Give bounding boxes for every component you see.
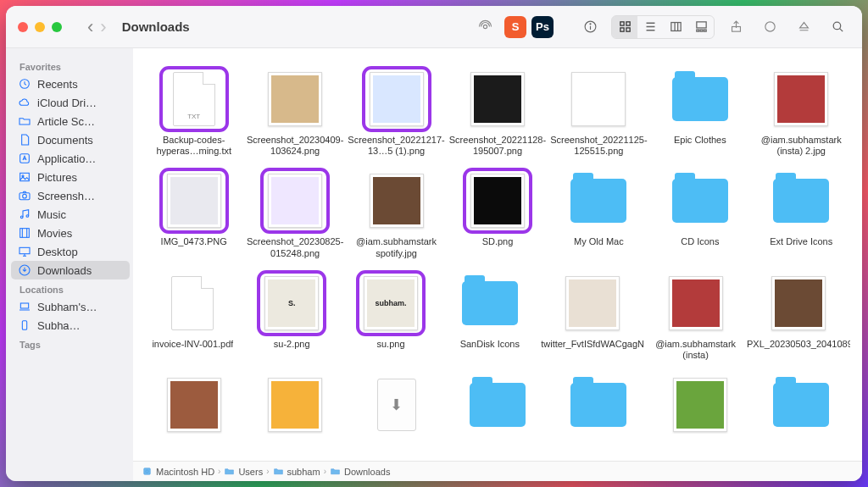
app-badge[interactable]: Ps	[531, 16, 554, 38]
file-item[interactable]	[649, 369, 750, 449]
file-label: SD.png	[482, 236, 514, 247]
archive-icon: ⬇	[377, 379, 416, 431]
path-segment[interactable]: subham	[273, 466, 320, 477]
svg-rect-6	[620, 28, 623, 31]
image-thumbnail	[370, 72, 424, 126]
file-item[interactable]: IMG_0473.PNG	[143, 165, 244, 267]
back-button[interactable]: ‹	[87, 18, 93, 36]
chevron-right-icon: ›	[218, 467, 220, 476]
file-item[interactable]: ⬇	[346, 369, 447, 449]
file-item[interactable]: My Old Mac	[548, 165, 649, 267]
file-item[interactable]: @iam.subhamstark (insta)	[646, 268, 745, 369]
path-segment[interactable]: Users	[224, 466, 263, 477]
sidebar-item-documents[interactable]: Documents	[11, 130, 130, 149]
sidebar-item-icloud-dri-[interactable]: iCloud Dri…	[11, 93, 130, 112]
svg-rect-16	[700, 30, 703, 31]
sidebar-item-label: Subha…	[37, 319, 81, 332]
sidebar-item-downloads[interactable]: Downloads	[11, 261, 130, 279]
app-badge[interactable]: S	[504, 16, 526, 38]
svg-rect-25	[20, 173, 30, 180]
sidebar-item-label: Applicatio…	[37, 152, 96, 165]
column-view-button[interactable]	[663, 16, 688, 38]
file-item[interactable]: CD Icons	[649, 165, 750, 267]
search-icon[interactable]	[825, 16, 850, 38]
file-label: Epic Clothes	[674, 135, 726, 146]
minimize-window-button[interactable]	[35, 22, 45, 32]
file-label: su.png	[376, 339, 404, 350]
icon-view-button[interactable]	[612, 16, 637, 38]
sidebar-item-applicatio-[interactable]: Applicatio…	[11, 149, 130, 168]
sidebar-item-music[interactable]: Music	[11, 205, 130, 224]
file-item[interactable]: SD.png	[447, 165, 548, 267]
file-item[interactable]: PXL_20230503_204108900.jpg	[745, 268, 852, 369]
image-thumbnail	[268, 378, 322, 432]
list-view-button[interactable]	[637, 16, 663, 38]
sidebar-item-movies[interactable]: Movies	[11, 224, 130, 242]
file-item[interactable]: S.su-2.png	[242, 268, 342, 369]
share-icon[interactable]	[723, 16, 748, 38]
file-item[interactable]: @iam.subhamstark (insta) 2.jpg	[751, 64, 852, 165]
sidebar-item-screensh-[interactable]: Screensh…	[11, 186, 130, 205]
image-thumbnail	[167, 378, 221, 432]
file-label: @iam.subhamstark spotify.jpg	[348, 236, 445, 258]
file-item[interactable]: invoice-INV-001.pdf	[143, 268, 242, 369]
file-item[interactable]: twitter_FvtISfdWACgagNI.jpg	[539, 268, 646, 369]
folder-icon	[773, 179, 829, 223]
file-item[interactable]: subham.su.png	[342, 268, 441, 369]
file-item[interactable]: Screenshot_20230409-103624.png	[244, 64, 345, 165]
forward-button[interactable]: ›	[100, 18, 106, 36]
gallery-view-button[interactable]	[688, 16, 714, 38]
svg-point-3	[589, 24, 590, 25]
sidebar-item-subham-s-[interactable]: Subham's…	[11, 297, 130, 316]
tags-icon[interactable]	[757, 16, 782, 38]
svg-rect-38	[20, 303, 28, 308]
file-item[interactable]: Epic Clothes	[649, 64, 750, 165]
airdrop-icon[interactable]	[472, 16, 498, 38]
file-label: Screenshot_20221128-195007.png	[448, 135, 546, 157]
file-item[interactable]: @iam.subhamstark spotify.jpg	[346, 165, 447, 267]
sidebar-item-desktop[interactable]: Desktop	[11, 242, 130, 261]
svg-rect-11	[670, 23, 680, 31]
sidebar-item-article-sc-[interactable]: Article Sc…	[11, 112, 130, 130]
file-item[interactable]	[751, 369, 852, 449]
zoom-window-button[interactable]	[52, 22, 62, 32]
sidebar-item-label: Pictures	[37, 171, 77, 184]
sidebar-item-label: Screensh…	[37, 190, 95, 202]
file-item[interactable]	[548, 369, 649, 449]
sidebar-item-recents[interactable]: Recents	[11, 75, 130, 93]
sidebar-item-label: Downloads	[37, 264, 92, 277]
close-window-button[interactable]	[18, 22, 28, 32]
file-item[interactable]: Screenshot_20221217-13…5 (1).png	[346, 64, 447, 165]
file-item[interactable]: Screenshot_20221125-125515.png	[548, 64, 649, 165]
sidebar-item-subha-[interactable]: Subha…	[11, 316, 130, 335]
file-item[interactable]	[447, 369, 548, 449]
sidebar-item-label: Desktop	[37, 246, 78, 258]
svg-rect-34	[19, 247, 30, 253]
svg-rect-7	[626, 28, 629, 31]
path-segment[interactable]: Macintosh HD	[142, 466, 214, 477]
file-label: @iam.subhamstark (insta) 2.jpg	[753, 135, 850, 157]
svg-rect-14	[696, 22, 705, 28]
path-label: Downloads	[344, 467, 390, 477]
image-thumbnail	[268, 174, 322, 228]
file-item[interactable]: Screenshot_20230825-015248.png	[244, 165, 345, 267]
file-item[interactable]: TXTBackup-codes-hyperas…ming.txt	[143, 64, 244, 165]
file-item[interactable]: Screenshot_20221128-195007.png	[447, 64, 548, 165]
eject-icon[interactable]	[791, 16, 816, 38]
path-segment[interactable]: Downloads	[330, 466, 390, 477]
view-mode-segmented	[611, 15, 715, 39]
svg-point-21	[833, 22, 841, 30]
file-item[interactable]	[244, 369, 345, 449]
sidebar-item-pictures[interactable]: Pictures	[11, 168, 130, 186]
sidebar-item-label: Recents	[37, 78, 78, 91]
file-item[interactable]	[143, 369, 244, 449]
svg-rect-5	[626, 22, 629, 25]
svg-point-28	[23, 194, 27, 198]
info-icon[interactable]	[577, 16, 603, 38]
image-thumbnail: subham.	[364, 276, 418, 330]
path-label: Users	[238, 467, 263, 477]
file-label: Backup-codes-hyperas…ming.txt	[145, 135, 242, 157]
file-item[interactable]: Ext Drive Icons	[751, 165, 852, 267]
file-item[interactable]: SanDisk Icons	[440, 268, 539, 369]
sidebar: FavoritesRecentsiCloud Dri…Article Sc…Do…	[6, 48, 133, 481]
